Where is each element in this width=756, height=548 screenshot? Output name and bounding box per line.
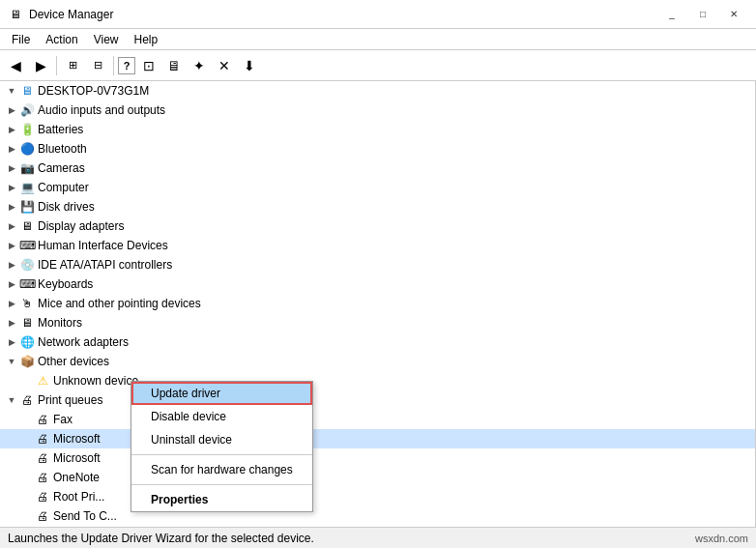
computer-icon: 💻 (19, 180, 35, 195)
fax-icon: 🖨 (35, 412, 50, 427)
bluetooth-label: Bluetooth (38, 142, 87, 156)
title-bar: 🖥 Device Manager _ □ ✕ (0, 0, 756, 29)
context-uninstall-device[interactable]: Uninstall device (131, 428, 312, 451)
close-button[interactable]: ✕ (719, 6, 748, 23)
other-expand[interactable]: ▼ (4, 354, 19, 369)
printq-expand[interactable]: ▼ (4, 392, 19, 408)
batteries-expand[interactable]: ▶ (4, 122, 19, 137)
keyboards-icon: ⌨ (19, 276, 35, 292)
toolbar-forward[interactable]: ▶ (29, 54, 52, 77)
toolbar-scan[interactable]: 🖥 (162, 54, 186, 77)
context-scan-hardware[interactable]: Scan for hardware changes (131, 458, 312, 481)
tree-root[interactable]: ▼ 🖥 DESKTOP-0V73G1M (0, 81, 755, 101)
hid-expand[interactable]: ▶ (4, 238, 19, 253)
title-bar-controls: _ □ ✕ (657, 6, 748, 23)
root-icon: 🖥 (19, 83, 35, 99)
tree-mice[interactable]: ▶ 🖱 Mice and other pointing devices (0, 294, 755, 313)
mice-icon: 🖱 (19, 296, 35, 311)
tree-unknown[interactable]: ⚠ Unknown device (0, 371, 755, 390)
batteries-icon: 🔋 (19, 122, 35, 137)
msprint2-label: Microsoft (53, 451, 101, 465)
toolbar-help[interactable]: ? (118, 57, 135, 74)
maximize-button[interactable]: □ (688, 6, 717, 23)
cameras-expand[interactable]: ▶ (4, 160, 19, 176)
root-label: DESKTOP-0V73G1M (38, 84, 149, 98)
tree-disk[interactable]: ▶ 💾 Disk drives (0, 197, 755, 216)
toolbar-expand[interactable]: ⊞ (61, 54, 84, 77)
display-label: Display adapters (38, 219, 124, 233)
toolbar: ◀ ▶ ⊞ ⊟ ? ⊡ 🖥 ✦ ✕ ⬇ (0, 50, 756, 81)
unknown-icon: ⚠ (35, 373, 50, 389)
menu-view[interactable]: View (86, 31, 127, 48)
tree-fax[interactable]: 🖨 Fax (0, 410, 755, 429)
context-menu: Update driver Disable device Uninstall d… (131, 381, 313, 512)
toolbar-uninstall[interactable]: ✕ (213, 54, 236, 77)
minimize-button[interactable]: _ (657, 6, 686, 23)
audio-label: Audio inputs and outputs (38, 103, 165, 117)
onenote-icon: 🖨 (35, 470, 50, 485)
audio-expand[interactable]: ▶ (4, 102, 19, 118)
tree-rootprint[interactable]: 🖨 Root Pri... (0, 487, 755, 506)
batteries-label: Batteries (38, 123, 83, 136)
menu-action[interactable]: Action (38, 31, 85, 48)
context-update-driver[interactable]: Update driver (131, 382, 312, 405)
mice-label: Mice and other pointing devices (38, 297, 201, 310)
menu-help[interactable]: Help (127, 31, 166, 48)
toolbar-update[interactable]: ✦ (188, 54, 211, 77)
menu-file[interactable]: File (4, 31, 38, 48)
toolbar-driver[interactable]: ⬇ (238, 54, 261, 77)
tree-bluetooth[interactable]: ▶ 🔵 Bluetooth (0, 139, 755, 159)
tree-msprint2[interactable]: 🖨 Microsoft (0, 448, 755, 468)
status-message: Launches the Update Driver Wizard for th… (8, 532, 314, 545)
tree-onenote[interactable]: 🖨 OneNote (0, 468, 755, 487)
tree-computer[interactable]: ▶ 💻 Computer (0, 178, 755, 197)
disk-expand[interactable]: ▶ (4, 199, 19, 215)
tree-msprint1[interactable]: 🖨 Microsoft (0, 429, 755, 448)
computer-expand[interactable]: ▶ (4, 180, 19, 195)
bluetooth-expand[interactable]: ▶ (4, 141, 19, 157)
network-icon: 🌐 (19, 334, 35, 350)
disk-label: Disk drives (38, 200, 95, 214)
bluetooth-icon: 🔵 (19, 141, 35, 157)
tree-monitors[interactable]: ▶ 🖥 Monitors (0, 313, 755, 332)
toolbar-properties[interactable]: ⊡ (137, 54, 160, 77)
tree-ide[interactable]: ▶ 💿 IDE ATA/ATAPI controllers (0, 255, 755, 274)
monitors-expand[interactable]: ▶ (4, 315, 19, 331)
app-icon: 🖥 (8, 7, 23, 22)
display-expand[interactable]: ▶ (4, 218, 19, 234)
tree-cameras[interactable]: ▶ 📷 Cameras (0, 159, 755, 178)
other-icon: 📦 (19, 354, 35, 369)
monitors-label: Monitors (38, 316, 82, 330)
rootprint-label: Root Pri... (53, 490, 104, 504)
tree-printq[interactable]: ▼ 🖨 Print queues (0, 390, 755, 410)
tree-display[interactable]: ▶ 🖥 Display adapters (0, 216, 755, 236)
device-tree[interactable]: ▼ 🖥 DESKTOP-0V73G1M ▶ 🔊 Audio inputs and… (0, 81, 756, 527)
toolbar-collapse[interactable]: ⊟ (86, 54, 109, 77)
root-expand[interactable]: ▼ (4, 83, 19, 99)
context-sep2 (131, 484, 312, 485)
fax-label: Fax (53, 413, 73, 426)
context-disable-device[interactable]: Disable device (131, 405, 312, 428)
sendto-icon: 🖨 (35, 508, 50, 524)
tree-processors[interactable]: ▶ ⚙ Processors (0, 526, 755, 527)
window-title: Device Manager (29, 8, 113, 21)
tree-network[interactable]: ▶ 🌐 Network adapters (0, 332, 755, 352)
ide-expand[interactable]: ▶ (4, 257, 19, 273)
ide-icon: 💿 (19, 257, 35, 273)
keyboards-expand[interactable]: ▶ (4, 276, 19, 292)
tree-hid[interactable]: ▶ ⌨ Human Interface Devices (0, 236, 755, 255)
tree-batteries[interactable]: ▶ 🔋 Batteries (0, 120, 755, 139)
network-expand[interactable]: ▶ (4, 334, 19, 350)
tree-sendto[interactable]: 🖨 Send To C... (0, 506, 755, 526)
menu-bar: File Action View Help (0, 29, 756, 50)
sendto-label: Send To C... (53, 509, 117, 523)
mice-expand[interactable]: ▶ (4, 296, 19, 311)
network-label: Network adapters (38, 335, 129, 349)
tree-other[interactable]: ▼ 📦 Other devices (0, 352, 755, 371)
msprint1-label: Microsoft (53, 432, 101, 446)
status-right: wsxdn.com (695, 533, 748, 544)
tree-audio[interactable]: ▶ 🔊 Audio inputs and outputs (0, 101, 755, 120)
toolbar-back[interactable]: ◀ (4, 54, 27, 77)
context-properties[interactable]: Properties (131, 488, 312, 511)
tree-keyboards[interactable]: ▶ ⌨ Keyboards (0, 274, 755, 294)
